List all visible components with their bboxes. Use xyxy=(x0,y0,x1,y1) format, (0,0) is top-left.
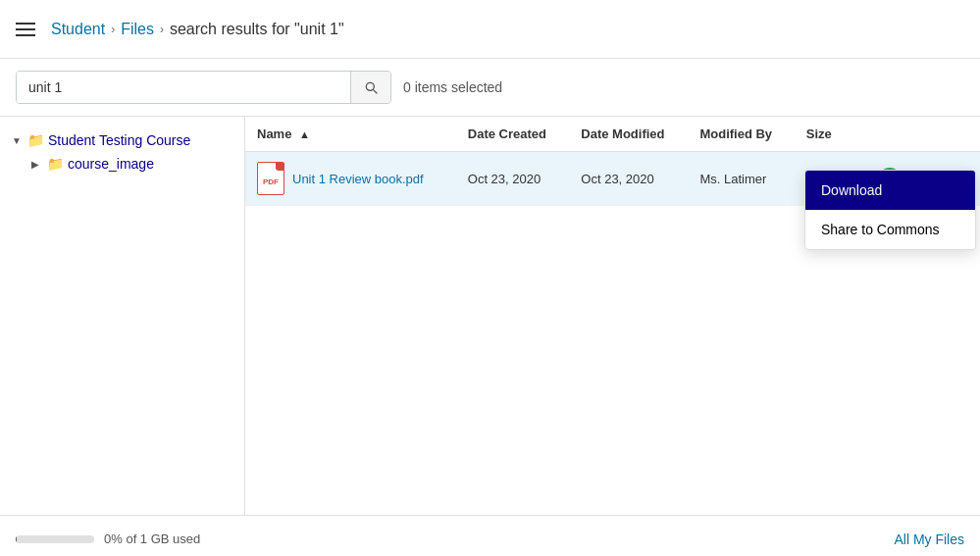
tree-sub-toggle-icon: ▶ xyxy=(31,159,43,170)
search-button[interactable] xyxy=(350,72,390,103)
tree-toggle-icon: ▼ xyxy=(12,135,24,146)
storage-bar xyxy=(16,535,94,543)
items-selected-label: 0 items selected xyxy=(403,79,502,95)
tree-children: ▶ 📁 course_image xyxy=(27,152,236,176)
sidebar: ▼ 📁 Student Testing Course ▶ 📁 course_im… xyxy=(0,117,245,515)
file-date-created: Oct 23, 2020 xyxy=(456,152,570,206)
all-my-files-link[interactable]: All My Files xyxy=(894,531,964,547)
storage-info: 0% of 1 GB used xyxy=(16,531,200,546)
sidebar-item-course[interactable]: ▼ 📁 Student Testing Course xyxy=(8,128,236,152)
course-image-label[interactable]: course_image xyxy=(68,156,154,172)
col-date-modified[interactable]: Date Modified xyxy=(569,117,688,152)
file-date-modified: Oct 23, 2020 xyxy=(569,152,688,206)
search-input-wrapper xyxy=(16,71,391,104)
col-modified-by[interactable]: Modified By xyxy=(688,117,794,152)
breadcrumb-sep-2: › xyxy=(160,23,164,36)
breadcrumb-student[interactable]: Student xyxy=(51,21,105,38)
sub-folder-icon: 📁 xyxy=(47,156,64,172)
hamburger-menu[interactable] xyxy=(16,23,35,36)
table-header-row: Name ▲ Date Created Date Modified Modifi… xyxy=(245,117,980,152)
col-actions xyxy=(917,117,980,152)
storage-label: 0% of 1 GB used xyxy=(104,531,200,546)
col-date-created[interactable]: Date Created xyxy=(456,117,570,152)
top-nav: Student › Files › search results for "un… xyxy=(0,0,980,59)
col-size[interactable]: Size xyxy=(795,117,867,152)
pdf-icon: PDF xyxy=(257,162,284,195)
sort-arrow-icon: ▲ xyxy=(299,128,310,140)
col-name[interactable]: Name ▲ xyxy=(245,117,456,152)
file-name-cell: PDF Unit 1 Review book.pdf xyxy=(245,152,456,206)
breadcrumb-sep-1: › xyxy=(111,23,115,36)
file-modified-by: Ms. Latimer xyxy=(688,152,794,206)
breadcrumb-files[interactable]: Files xyxy=(121,21,154,38)
search-input[interactable] xyxy=(17,72,350,103)
dropdown-menu: Download Share to Commons xyxy=(804,170,976,250)
breadcrumb: Student › Files › search results for "un… xyxy=(51,21,344,38)
dropdown-download[interactable]: Download xyxy=(805,171,975,210)
main-layout: ▼ 📁 Student Testing Course ▶ 📁 course_im… xyxy=(0,117,980,515)
folder-icon: 📁 xyxy=(27,132,44,148)
file-area: Name ▲ Date Created Date Modified Modifi… xyxy=(245,117,980,515)
footer: 0% of 1 GB used All My Files xyxy=(0,515,980,556)
dropdown-share[interactable]: Share to Commons xyxy=(805,210,975,249)
search-icon xyxy=(363,79,379,95)
col-status xyxy=(867,117,917,152)
search-bar: 0 items selected xyxy=(0,59,980,117)
file-link[interactable]: Unit 1 Review book.pdf xyxy=(292,172,424,186)
course-name-label[interactable]: Student Testing Course xyxy=(48,132,190,148)
breadcrumb-current: search results for "unit 1" xyxy=(170,21,344,38)
sidebar-item-course-image[interactable]: ▶ 📁 course_image xyxy=(27,152,236,176)
